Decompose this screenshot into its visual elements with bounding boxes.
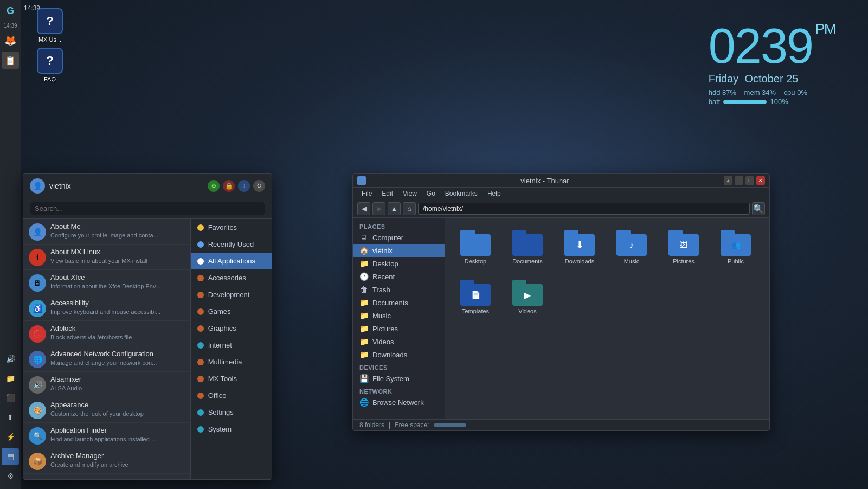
- desktop-icon-faq[interactable]: ? FAQ: [28, 48, 72, 82]
- header-user-icon[interactable]: ↕: [238, 180, 250, 192]
- header-refresh-icon[interactable]: ↻: [253, 180, 265, 192]
- cat-system[interactable]: System: [191, 421, 272, 437]
- desktop-folder-icon: 📁: [359, 259, 368, 268]
- sidebar-documents[interactable]: 📁 Documents: [353, 296, 445, 309]
- sidebar-videos[interactable]: 📁 Videos: [353, 335, 445, 348]
- menu-go[interactable]: Go: [422, 189, 440, 198]
- sidebar-computer[interactable]: 🖥 Computer: [353, 231, 445, 244]
- cat-multimedia[interactable]: Multimedia: [191, 353, 272, 370]
- folder-templates[interactable]: 📄 Templates: [454, 276, 497, 318]
- search-button[interactable]: 🔍: [752, 202, 765, 215]
- taskbar-apps-button[interactable]: G: [2, 2, 19, 20]
- app-name-adv-network: Advanced Network Configuration: [50, 350, 157, 359]
- folder-icon-videos: ▶: [512, 280, 543, 306]
- window-restore-btn[interactable]: □: [745, 176, 754, 185]
- cat-mx-tools[interactable]: MX Tools: [191, 370, 272, 387]
- sidebar-downloads[interactable]: 📁 Downloads: [353, 348, 445, 361]
- window-minimize-btn[interactable]: ▲: [724, 176, 732, 185]
- sidebar-file-system[interactable]: 💾 File System: [353, 372, 445, 385]
- folder-pictures[interactable]: 🖼 Pictures: [662, 227, 705, 268]
- path-bar[interactable]: /home/vietnix/: [418, 203, 750, 215]
- cat-games[interactable]: Games: [191, 303, 272, 320]
- cat-accessories[interactable]: Accessories: [191, 269, 272, 286]
- thunar-app-icon: [357, 176, 366, 185]
- clock-time: 0239PM: [709, 22, 835, 70]
- taskbar-bottom-icons: 🔊 📁 ⬛ ⬆ ⚡ ▦ ⚙: [2, 350, 19, 489]
- menu-help[interactable]: Help: [483, 189, 505, 198]
- taskbar-up-icon[interactable]: ⬆: [2, 409, 19, 426]
- app-item-adblock[interactable]: 🚫 Adblock Block adverts via /etc/hosts f…: [23, 321, 190, 346]
- menu-avatar: 👤: [30, 178, 45, 194]
- app-item-adv-network[interactable]: 🌐 Advanced Network Configuration Manage …: [23, 346, 190, 372]
- cat-recently-used[interactable]: Recently Used: [191, 236, 272, 253]
- back-button[interactable]: ◀: [357, 202, 370, 215]
- app-item-appearance[interactable]: 🎨 Appearance Customize the look of your …: [23, 397, 190, 423]
- app-item-about-mx[interactable]: ℹ About MX Linux View basic info about y…: [23, 244, 190, 270]
- cat-settings[interactable]: Settings: [191, 404, 272, 421]
- menu-search-input[interactable]: [30, 202, 265, 215]
- taskbar-firefox-icon[interactable]: 🦊: [2, 32, 19, 49]
- taskbar-clipboard-icon[interactable]: 📋: [2, 52, 19, 69]
- network-label: Network: [353, 385, 445, 396]
- folder-desktop[interactable]: Desktop: [454, 227, 497, 268]
- sidebar-pictures[interactable]: 📁 Pictures: [353, 322, 445, 335]
- folder-music[interactable]: ♪ Music: [610, 227, 653, 268]
- app-item-alsamixer[interactable]: 🔊 Alsamixer ALSA Audio: [23, 372, 190, 397]
- cat-graphics[interactable]: Graphics: [191, 320, 272, 337]
- forward-button[interactable]: ▶: [372, 202, 385, 215]
- header-lock-icon[interactable]: 🔒: [223, 180, 235, 192]
- app-icon-accessibility: ♿: [29, 300, 46, 317]
- app-icon-archive-manager: 📦: [29, 453, 46, 470]
- window-close-btn[interactable]: ✕: [756, 176, 765, 185]
- free-space-bar: [434, 423, 466, 427]
- statusbar-separator: |: [389, 421, 390, 429]
- taskbar-workspace-icon[interactable]: ▦: [2, 448, 19, 465]
- menu-header: 👤 vietnix ⚙ 🔒 ↕ ↻: [23, 174, 272, 198]
- menu-edit[interactable]: Edit: [377, 189, 397, 198]
- app-item-about-me[interactable]: 👤 About Me Configure your profile image …: [23, 219, 190, 244]
- app-desc-about-mx: View basic info about your MX install: [50, 257, 147, 265]
- app-item-accessibility[interactable]: ♿ Accessibility Improve keyboard and mou…: [23, 295, 190, 321]
- folder-downloads[interactable]: ⬇ Downloads: [558, 227, 601, 268]
- app-name-archive-manager: Archive Manager: [50, 452, 128, 461]
- cat-favorites[interactable]: Favorites: [191, 219, 272, 236]
- videos-icon: 📁: [359, 337, 368, 346]
- computer-icon: 🖥: [359, 233, 368, 242]
- cat-dot-graphics: [197, 325, 204, 332]
- cat-internet[interactable]: Internet: [191, 337, 272, 353]
- taskbar-volume-icon[interactable]: 🔊: [2, 350, 19, 368]
- up-button[interactable]: ▲: [388, 202, 401, 215]
- taskbar-power-icon[interactable]: ⚡: [2, 428, 19, 446]
- sidebar-desktop[interactable]: 📁 Desktop: [353, 257, 445, 270]
- app-item-about-xfce[interactable]: 🖥 About Xfce Information about the Xfce …: [23, 270, 190, 295]
- folder-public[interactable]: 👥 Public: [714, 227, 757, 268]
- menu-file[interactable]: File: [357, 189, 376, 198]
- cat-all-applications[interactable]: All Applications: [191, 253, 272, 269]
- header-settings-icon[interactable]: ⚙: [208, 180, 220, 192]
- menu-view[interactable]: View: [398, 189, 421, 198]
- cat-development[interactable]: Development: [191, 286, 272, 303]
- cat-dot-recently-used: [197, 241, 204, 248]
- taskbar-files-icon[interactable]: 📁: [2, 370, 19, 387]
- app-item-app-finder[interactable]: 🔍 Application Finder Find and launch app…: [23, 423, 190, 448]
- folder-documents[interactable]: Documents: [506, 227, 549, 268]
- app-name-accessibility: Accessibility: [50, 299, 160, 308]
- cat-dot-office: [197, 393, 204, 399]
- home-button[interactable]: ⌂: [403, 202, 416, 215]
- sidebar-browse-network[interactable]: 🌐 Browse Network: [353, 396, 445, 409]
- free-space-label: Free space:: [395, 421, 429, 429]
- folder-videos[interactable]: ▶ Videos: [506, 276, 549, 318]
- taskbar-settings-icon[interactable]: ⚙: [2, 467, 19, 485]
- taskbar-cube-icon[interactable]: ⬛: [2, 389, 19, 407]
- desktop: 14:39 ? MX Us... ? FAQ 0239PM Friday Oct…: [0, 0, 868, 489]
- sidebar-recent[interactable]: 🕐 Recent: [353, 270, 445, 283]
- menu-bookmarks[interactable]: Bookmarks: [441, 189, 482, 198]
- sidebar-vietnix[interactable]: 🏠 vietnix: [353, 244, 445, 257]
- sidebar-trash[interactable]: 🗑 Trash: [353, 283, 445, 296]
- thunar-toolbar: ◀ ▶ ▲ ⌂ /home/vietnix/ 🔍: [353, 200, 769, 218]
- app-item-archive-manager[interactable]: 📦 Archive Manager Create and modify an a…: [23, 448, 190, 474]
- desktop-icon-mx-user[interactable]: ? MX Us...: [28, 8, 72, 43]
- window-maximize-btn[interactable]: —: [735, 176, 743, 185]
- sidebar-music[interactable]: 📁 Music: [353, 309, 445, 322]
- cat-office[interactable]: Office: [191, 387, 272, 404]
